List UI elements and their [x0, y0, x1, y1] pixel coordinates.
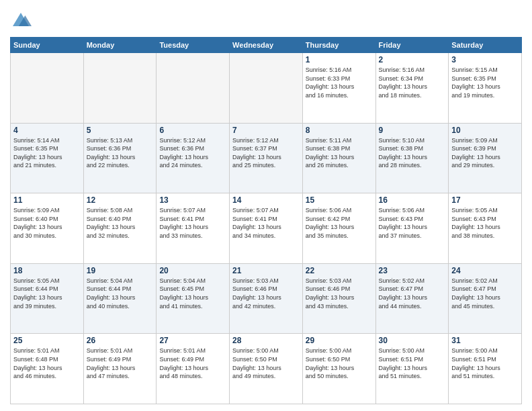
day-number: 1 [306, 55, 373, 64]
day-number: 6 [159, 126, 226, 135]
day-info: Sunrise: 5:05 AM Sunset: 6:44 PM Dayligh… [13, 277, 81, 310]
calendar-cell: 3Sunrise: 5:15 AM Sunset: 6:35 PM Daylig… [449, 53, 522, 124]
calendar-cell: 26Sunrise: 5:01 AM Sunset: 6:49 PM Dayli… [83, 334, 157, 404]
day-number: 31 [451, 336, 519, 345]
calendar-cell: 19Sunrise: 5:04 AM Sunset: 6:44 PM Dayli… [83, 263, 157, 334]
day-info: Sunrise: 5:04 AM Sunset: 6:44 PM Dayligh… [87, 277, 154, 310]
day-info: Sunrise: 5:12 AM Sunset: 6:37 PM Dayligh… [232, 136, 300, 170]
day-info: Sunrise: 5:01 AM Sunset: 6:49 PM Dayligh… [159, 347, 226, 380]
day-info: Sunrise: 5:06 AM Sunset: 6:43 PM Dayligh… [379, 206, 446, 240]
day-number: 22 [306, 266, 373, 275]
day-info: Sunrise: 5:04 AM Sunset: 6:45 PM Dayligh… [159, 277, 226, 310]
day-number: 17 [451, 195, 519, 205]
calendar-cell: 10Sunrise: 5:09 AM Sunset: 6:39 PM Dayli… [449, 123, 522, 193]
day-info: Sunrise: 5:08 AM Sunset: 6:40 PM Dayligh… [87, 206, 154, 240]
day-info: Sunrise: 5:00 AM Sunset: 6:51 PM Dayligh… [451, 347, 519, 380]
day-info: Sunrise: 5:16 AM Sunset: 6:33 PM Dayligh… [306, 66, 373, 99]
day-number: 4 [13, 126, 81, 135]
day-info: Sunrise: 5:00 AM Sunset: 6:50 PM Dayligh… [306, 347, 373, 380]
calendar-cell: 15Sunrise: 5:06 AM Sunset: 6:42 PM Dayli… [302, 193, 375, 264]
calendar-cell: 23Sunrise: 5:02 AM Sunset: 6:47 PM Dayli… [375, 263, 449, 334]
logo-icon [10, 10, 32, 32]
day-number: 21 [232, 266, 300, 275]
weekday-header-row: SundayMondayTuesdayWednesdayThursdayFrid… [11, 38, 522, 53]
calendar-cell: 31Sunrise: 5:00 AM Sunset: 6:51 PM Dayli… [449, 334, 522, 404]
header [10, 10, 522, 32]
day-info: Sunrise: 5:03 AM Sunset: 6:46 PM Dayligh… [306, 277, 373, 310]
weekday-header-tuesday: Tuesday [157, 38, 230, 53]
day-info: Sunrise: 5:01 AM Sunset: 6:48 PM Dayligh… [13, 347, 81, 380]
day-info: Sunrise: 5:09 AM Sunset: 6:40 PM Dayligh… [13, 206, 81, 240]
calendar-cell: 24Sunrise: 5:02 AM Sunset: 6:47 PM Dayli… [449, 263, 522, 334]
day-info: Sunrise: 5:15 AM Sunset: 6:35 PM Dayligh… [451, 66, 519, 99]
day-number: 13 [159, 195, 226, 205]
calendar-cell: 27Sunrise: 5:01 AM Sunset: 6:49 PM Dayli… [157, 334, 230, 404]
calendar-cell: 8Sunrise: 5:11 AM Sunset: 6:38 PM Daylig… [302, 123, 375, 193]
day-number: 27 [159, 336, 226, 345]
day-info: Sunrise: 5:07 AM Sunset: 6:41 PM Dayligh… [159, 206, 226, 240]
day-info: Sunrise: 5:02 AM Sunset: 6:47 PM Dayligh… [451, 277, 519, 310]
day-number: 29 [306, 336, 373, 345]
calendar-cell: 5Sunrise: 5:13 AM Sunset: 6:36 PM Daylig… [83, 123, 157, 193]
day-number: 12 [87, 195, 154, 205]
calendar-cell: 29Sunrise: 5:00 AM Sunset: 6:50 PM Dayli… [302, 334, 375, 404]
day-info: Sunrise: 5:10 AM Sunset: 6:38 PM Dayligh… [379, 136, 446, 170]
page: SundayMondayTuesdayWednesdayThursdayFrid… [0, 0, 532, 411]
day-number: 16 [379, 195, 446, 205]
calendar-cell: 1Sunrise: 5:16 AM Sunset: 6:33 PM Daylig… [302, 53, 375, 124]
day-number: 11 [13, 195, 81, 205]
day-info: Sunrise: 5:01 AM Sunset: 6:49 PM Dayligh… [87, 347, 154, 380]
calendar-cell: 12Sunrise: 5:08 AM Sunset: 6:40 PM Dayli… [83, 193, 157, 264]
weekday-header-monday: Monday [83, 38, 157, 53]
calendar-cell: 13Sunrise: 5:07 AM Sunset: 6:41 PM Dayli… [157, 193, 230, 264]
day-info: Sunrise: 5:07 AM Sunset: 6:41 PM Dayligh… [232, 206, 300, 240]
weekday-header-wednesday: Wednesday [230, 38, 303, 53]
day-number: 7 [232, 126, 300, 135]
day-number: 24 [451, 266, 519, 275]
calendar-cell: 18Sunrise: 5:05 AM Sunset: 6:44 PM Dayli… [11, 263, 84, 334]
calendar-week-row: 18Sunrise: 5:05 AM Sunset: 6:44 PM Dayli… [11, 263, 522, 334]
calendar-cell: 25Sunrise: 5:01 AM Sunset: 6:48 PM Dayli… [11, 334, 84, 404]
day-info: Sunrise: 5:13 AM Sunset: 6:36 PM Dayligh… [87, 136, 154, 170]
day-info: Sunrise: 5:16 AM Sunset: 6:34 PM Dayligh… [379, 66, 446, 99]
calendar-cell: 21Sunrise: 5:03 AM Sunset: 6:46 PM Dayli… [230, 263, 303, 334]
day-number: 23 [379, 266, 446, 275]
calendar-cell: 30Sunrise: 5:00 AM Sunset: 6:51 PM Dayli… [375, 334, 449, 404]
day-number: 20 [159, 266, 226, 275]
calendar-cell: 28Sunrise: 5:00 AM Sunset: 6:50 PM Dayli… [230, 334, 303, 404]
weekday-header-friday: Friday [375, 38, 449, 53]
day-info: Sunrise: 5:03 AM Sunset: 6:46 PM Dayligh… [232, 277, 300, 310]
calendar-week-row: 1Sunrise: 5:16 AM Sunset: 6:33 PM Daylig… [11, 53, 522, 124]
day-info: Sunrise: 5:12 AM Sunset: 6:36 PM Dayligh… [159, 136, 226, 170]
calendar-week-row: 11Sunrise: 5:09 AM Sunset: 6:40 PM Dayli… [11, 193, 522, 264]
day-number: 3 [451, 55, 519, 64]
day-number: 5 [87, 126, 154, 135]
calendar-week-row: 4Sunrise: 5:14 AM Sunset: 6:35 PM Daylig… [11, 123, 522, 193]
day-info: Sunrise: 5:11 AM Sunset: 6:38 PM Dayligh… [306, 136, 373, 170]
day-number: 18 [13, 266, 81, 275]
calendar-cell: 4Sunrise: 5:14 AM Sunset: 6:35 PM Daylig… [11, 123, 84, 193]
day-info: Sunrise: 5:00 AM Sunset: 6:50 PM Dayligh… [232, 347, 300, 380]
day-number: 10 [451, 126, 519, 135]
day-number: 8 [306, 126, 373, 135]
calendar-cell: 9Sunrise: 5:10 AM Sunset: 6:38 PM Daylig… [375, 123, 449, 193]
calendar-cell [230, 53, 303, 124]
day-info: Sunrise: 5:00 AM Sunset: 6:51 PM Dayligh… [379, 347, 446, 380]
day-info: Sunrise: 5:05 AM Sunset: 6:43 PM Dayligh… [451, 206, 519, 240]
weekday-header-thursday: Thursday [302, 38, 375, 53]
day-number: 28 [232, 336, 300, 345]
calendar-cell: 7Sunrise: 5:12 AM Sunset: 6:37 PM Daylig… [230, 123, 303, 193]
day-info: Sunrise: 5:09 AM Sunset: 6:39 PM Dayligh… [451, 136, 519, 170]
day-number: 15 [306, 195, 373, 205]
calendar-cell [157, 53, 230, 124]
logo [10, 10, 34, 32]
weekday-header-saturday: Saturday [449, 38, 522, 53]
calendar-cell: 14Sunrise: 5:07 AM Sunset: 6:41 PM Dayli… [230, 193, 303, 264]
day-number: 30 [379, 336, 446, 345]
calendar-cell: 16Sunrise: 5:06 AM Sunset: 6:43 PM Dayli… [375, 193, 449, 264]
weekday-header-sunday: Sunday [11, 38, 84, 53]
day-number: 9 [379, 126, 446, 135]
calendar-cell: 6Sunrise: 5:12 AM Sunset: 6:36 PM Daylig… [157, 123, 230, 193]
calendar-cell [83, 53, 157, 124]
day-info: Sunrise: 5:06 AM Sunset: 6:42 PM Dayligh… [306, 206, 373, 240]
